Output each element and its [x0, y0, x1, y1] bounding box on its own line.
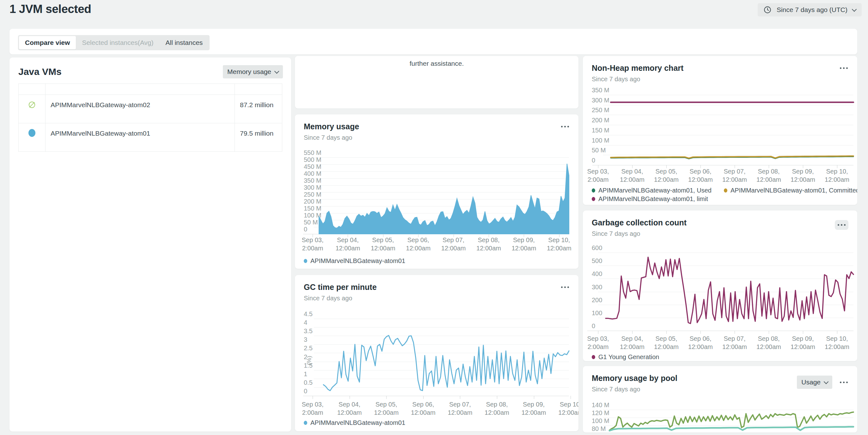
legend-item[interactable]: APIMMarvelNLBGateway-atom01, limit	[592, 195, 708, 203]
jvm-marker-cell[interactable]	[19, 95, 45, 123]
usage-dropdown[interactable]: Usage	[797, 376, 832, 389]
y-axis-tick-label: 3	[304, 336, 307, 343]
view-tabs: Compare view Selected instances(Avg) All…	[18, 35, 210, 50]
gridline	[303, 234, 569, 234]
ellipsis-menu-icon[interactable]	[839, 380, 848, 385]
x-axis-tick-label: Sep 09, 12:00am	[513, 400, 554, 417]
y-axis-tick-label: 50 M	[592, 147, 606, 154]
jvm-name: APIMMarvelNLBGateway-atom02	[45, 95, 235, 123]
legend-item[interactable]: APIMMarvelNLBGateway-atom01	[304, 257, 405, 265]
gridline	[303, 396, 569, 396]
metric-selector-dropdown[interactable]: Memory usage	[223, 65, 283, 79]
metric-selector-label: Memory usage	[227, 68, 271, 75]
y-axis-tick-label: 120 M	[592, 409, 610, 417]
x-axis-tick	[534, 396, 534, 399]
legend-dot-icon	[592, 355, 595, 359]
y-axis-tick-label: 0	[592, 322, 595, 330]
y-axis-tick-label: 4	[304, 319, 307, 326]
ellipsis-menu-button[interactable]	[835, 220, 848, 230]
gridline	[314, 213, 569, 213]
info-fragment-text: further assistance.	[295, 56, 579, 67]
y-axis-tick-label: 250 M	[304, 191, 321, 198]
gridline	[598, 292, 854, 292]
legend-item[interactable]: APIMMarvelNLBGateway-atom01	[304, 419, 405, 427]
chart-subtitle: Since 7 days ago	[592, 386, 677, 393]
gridline	[314, 370, 569, 371]
chevron-down-icon	[824, 379, 829, 384]
java-vms-title: Java VMs	[18, 66, 62, 77]
usage-dropdown-label: Usage	[801, 378, 820, 386]
y-axis-tick-label: 0	[304, 226, 307, 233]
x-axis-tick-label: Sep 10, 12:00am	[539, 236, 579, 252]
tab-compare-view[interactable]: Compare view	[19, 36, 76, 49]
gridline	[603, 145, 854, 146]
gridline	[603, 155, 854, 155]
jvm-row-atom01[interactable]: APIMMarvelNLBGateway-atom01 79.5 million	[19, 123, 282, 152]
jvm-marker-cell[interactable]	[19, 123, 45, 152]
gridline	[598, 318, 854, 318]
tab-all-instances[interactable]: All instances	[159, 36, 209, 49]
y-axis-tick-label: 250 M	[592, 106, 610, 114]
x-axis-tick-label: Sep 07, 12:00am	[439, 400, 480, 417]
y-axis-tick-label: 600	[592, 244, 602, 252]
tab-selected-instances-avg[interactable]: Selected instances(Avg)	[76, 36, 159, 49]
gridline	[598, 253, 854, 253]
gridline	[314, 192, 569, 192]
legend-item[interactable]: APIMMarvelNLBGateway-atom01, Committed	[724, 187, 857, 194]
y-axis-tick-label: 500 M	[304, 156, 321, 163]
x-axis-tick-label: Sep 10, 12:00am	[816, 167, 857, 184]
gc-time-card: GC time per minute Since 7 days ago 4.54…	[295, 275, 579, 431]
jvm-table: APIMMarvelNLBGateway-atom02 87.2 million…	[18, 84, 282, 152]
gridline	[603, 115, 854, 115]
y-axis-tick-label: 300 M	[304, 184, 321, 191]
chevron-down-icon	[274, 69, 279, 74]
ellipsis-menu-icon[interactable]	[560, 284, 569, 290]
legend-label: APIMMarvelNLBGateway-atom01	[310, 257, 405, 265]
page-title: 1 JVM selected	[9, 3, 91, 16]
selected-circle-icon	[28, 129, 35, 137]
chart-title: Non-Heap memory chart	[592, 64, 683, 73]
gridline	[314, 206, 569, 207]
gridline	[314, 387, 569, 387]
info-fragment-card: further assistance.	[295, 56, 579, 108]
chart-title: Memory usage by pool	[592, 374, 677, 383]
jvm-header-cell	[235, 84, 282, 95]
x-axis-tick	[313, 396, 313, 399]
x-axis-tick	[497, 396, 497, 399]
y-axis-tick-label: 200 M	[592, 117, 610, 124]
time-picker-label: Since 7 days ago (UTC)	[777, 6, 847, 13]
deselected-circle-icon	[28, 100, 36, 109]
x-axis-tick-label: Sep 03, 2:00am	[295, 400, 333, 417]
ellipsis-menu-icon[interactable]	[839, 65, 848, 71]
chart-subtitle: Since 7 days ago	[592, 230, 687, 238]
jvm-value: 87.2 million	[235, 95, 282, 123]
gridline	[314, 344, 569, 345]
legend-label: APIMMarvelNLBGateway-atom01, Committed	[731, 187, 857, 194]
x-axis-tick-label: Sep 08, 12:00am	[476, 400, 518, 417]
y-axis-tick-label: 100	[592, 310, 602, 317]
ellipsis-menu-icon[interactable]	[560, 124, 569, 129]
jvm-row-atom02[interactable]: APIMMarvelNLBGateway-atom02 87.2 million	[19, 95, 282, 123]
gridline	[314, 199, 569, 199]
y-axis-tick-label: 100 M	[304, 212, 321, 219]
chart-title: Memory usage	[304, 122, 359, 131]
legend-item[interactable]: G1 Young Generation	[592, 353, 659, 361]
x-axis-tick	[803, 331, 803, 334]
memory-usage-by-pool-card: Memory usage by pool Since 7 days ago Us…	[583, 366, 857, 432]
chart-title: GC time per minute	[304, 283, 377, 292]
gridline	[598, 305, 854, 305]
x-axis-tick-label: Sep 10, 12:00am	[816, 335, 857, 351]
y-axis-tick-label: 150 M	[304, 205, 321, 212]
time-picker[interactable]: Since 7 days ago (UTC)	[758, 3, 862, 17]
gridline	[314, 157, 569, 158]
gridline	[314, 185, 569, 186]
y-axis-tick-label: 350 M	[592, 87, 610, 94]
non-heap-memory-card: Non-Heap memory chart Since 7 days ago 3…	[583, 56, 857, 205]
gridline	[592, 165, 854, 165]
y-axis-tick-label: 550 M	[304, 149, 321, 156]
y-axis-tick-label: 200	[592, 297, 602, 304]
legend-item[interactable]: APIMMarvelNLBGateway-atom01, Used	[592, 187, 712, 194]
y-axis-tick-label: 500	[592, 257, 602, 265]
gridline	[314, 319, 569, 319]
legend-dot-icon	[304, 421, 307, 425]
